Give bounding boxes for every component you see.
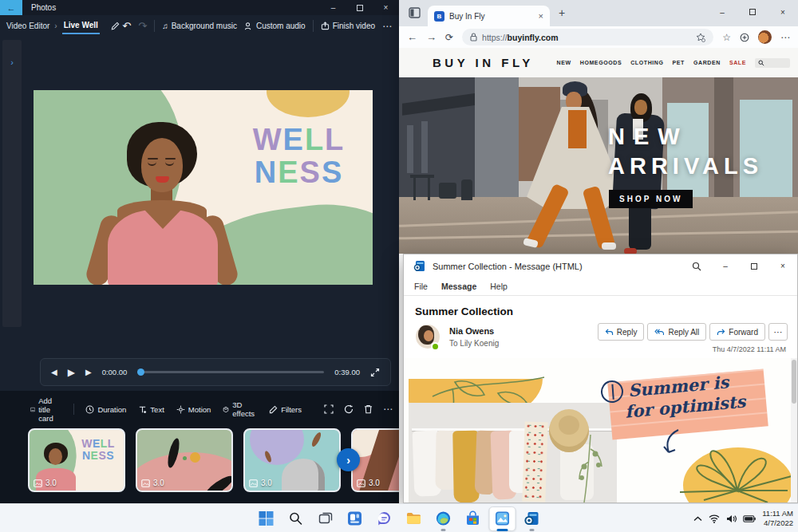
3d-effects-button[interactable]: 3D effects [223,400,257,418]
rotate-icon[interactable] [344,404,354,414]
minimize-button[interactable]: – [707,0,737,24]
profile-avatar[interactable] [758,30,772,44]
storyboard-clip-2[interactable]: 3.0 [136,428,233,492]
timeline-more-button[interactable]: ⋯ [383,404,393,415]
maximize-button[interactable] [346,0,373,15]
back-button[interactable]: ← [0,0,22,15]
breadcrumb-video-editor[interactable]: Video Editor [6,22,49,30]
forward-button[interactable]: Forward [709,323,765,341]
file-explorer-button[interactable] [401,504,428,532]
address-bar[interactable]: https://buyinfly.com [462,29,713,45]
menu-message[interactable]: Message [441,282,476,291]
filters-button[interactable]: Filters [269,405,302,414]
tab-close-icon[interactable]: × [539,11,543,21]
wifi-icon[interactable] [709,514,720,523]
filters-icon [269,405,278,414]
3d-cube-icon [223,405,229,414]
close-button[interactable]: × [373,0,399,15]
favorites-icon[interactable]: ☆ [722,32,731,43]
previous-frame-button[interactable]: ◀ [51,368,57,376]
redo-button[interactable]: ↷ [138,20,147,32]
image-icon [357,479,365,487]
storyboard-clip-1[interactable]: WELL NESS 3.0 [28,428,125,492]
menu-file[interactable]: File [414,282,428,291]
motion-button[interactable]: Motion [176,405,211,414]
text-button[interactable]: Text [138,405,164,414]
volume-icon[interactable] [726,514,737,523]
tab-layout-icon[interactable] [409,7,421,18]
nav-clothing[interactable]: CLOTHING [630,60,663,65]
outlook-button[interactable] [519,504,546,532]
battery-icon[interactable] [743,515,756,522]
site-favicon: B [434,11,444,22]
widgets-button[interactable] [342,504,369,532]
tray-chevron-icon[interactable] [693,516,702,522]
nav-sale[interactable]: SALE [729,60,746,65]
more-options-button[interactable]: ⋯ [382,21,393,32]
chat-button[interactable] [371,504,398,532]
email-body[interactable]: Summer is for optimists [404,358,797,502]
maximize-button[interactable] [737,0,768,24]
forward-button[interactable]: → [426,31,437,43]
seek-thumb[interactable] [137,368,144,376]
email-more-button[interactable]: ⋯ [768,323,788,341]
browser-tab[interactable]: B Buy In Fly × [428,6,550,26]
add-title-card-button[interactable]: Add title card [30,396,61,423]
photos-button[interactable] [489,506,516,531]
duration-button[interactable]: Duration [85,405,126,414]
storyboard-next-button[interactable]: › [337,448,360,471]
undo-button[interactable]: ↶ [122,20,131,32]
search-button[interactable] [282,504,310,532]
delete-icon[interactable] [364,404,373,414]
background-music-button[interactable]: ♫ Background music [162,22,237,30]
maximize-button[interactable] [740,254,768,278]
reply-all-button[interactable]: Reply All [647,323,706,341]
video-preview[interactable]: WELL NESS [34,90,373,285]
close-button[interactable]: × [768,0,798,24]
minimize-button[interactable]: – [320,0,346,15]
site-logo[interactable]: BUY IN FLY [433,56,534,69]
close-button[interactable]: × [768,254,797,278]
seek-slider[interactable] [137,371,324,373]
collapsed-side-panel[interactable]: › [2,40,22,327]
custom-audio-button[interactable]: Custom audio [244,22,306,30]
nav-garden[interactable]: GARDEN [693,60,721,65]
nav-new[interactable]: NEW [557,60,571,65]
start-button[interactable] [253,504,280,532]
sender-name[interactable]: Nia Owens [449,326,494,336]
collections-icon[interactable] [740,33,749,42]
task-view-button[interactable] [312,504,339,532]
running-indicator [530,529,535,531]
scrollbar-thumb[interactable] [792,360,796,404]
clock[interactable]: 11:11 AM 4/7/2022 [762,509,793,529]
recipient-line[interactable]: To Lily Koenig [449,339,499,348]
store-button[interactable] [460,504,487,532]
play-button[interactable]: ▶ [68,367,75,378]
site-search-box[interactable] [755,58,790,68]
storyboard-clip-3[interactable]: 3.0 [243,428,341,492]
nav-pet[interactable]: PET [673,60,685,65]
back-button[interactable]: ← [407,31,417,43]
clock-icon [85,405,94,414]
expand-panel-chevron-icon[interactable]: › [2,40,22,67]
edge-browser-button[interactable] [430,504,457,532]
new-tab-button[interactable]: + [559,6,565,19]
search-icon[interactable] [682,254,711,278]
breadcrumb-project-name[interactable]: Live Well [62,18,100,34]
url-host: buyinfly.com [508,33,559,42]
email-scrollbar[interactable] [791,358,797,502]
rename-pencil-icon[interactable] [111,22,120,30]
fullscreen-icon[interactable] [370,368,380,377]
frame-size-icon[interactable] [324,404,334,414]
nav-homegoods[interactable]: HOMEGOODS [580,60,622,65]
minimize-button[interactable]: – [711,254,740,278]
shop-now-button[interactable]: SHOP NOW [609,190,693,208]
bookmark-star-icon[interactable] [696,33,705,42]
browser-toolbar: ← → ⟳ https://buyinfly.com ☆ ⋯ [399,26,798,48]
next-frame-button[interactable]: ▶ [85,368,92,376]
browser-more-button[interactable]: ⋯ [780,32,790,43]
menu-help[interactable]: Help [490,282,508,291]
refresh-button[interactable]: ⟳ [445,32,453,43]
finish-video-button[interactable]: Finish video [321,22,375,30]
reply-button[interactable]: Reply [598,323,645,341]
